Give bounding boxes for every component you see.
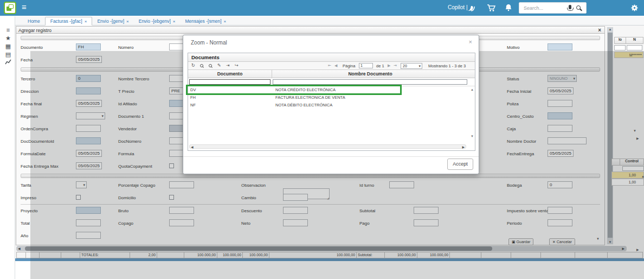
documents-table-header: Documento Nombre Documento [188, 70, 475, 78]
top-navigation-bar: ≡ Copilot | Search... [0, 0, 644, 16]
column-header-fragment: N [626, 37, 643, 44]
statistics-icon[interactable] [4, 59, 12, 66]
list-scroll-up-icon[interactable]: ▲ [471, 88, 474, 91]
motivo-label: Motivo [507, 45, 520, 50]
document-name: NOTA DÉBITO ELECTRÓNICA [272, 102, 475, 109]
favorites-icon[interactable]: ★ [4, 35, 12, 42]
close-tab-icon[interactable]: × [173, 19, 176, 24]
scroll-left-icon[interactable]: ◀ [191, 145, 194, 149]
scroll-up-icon[interactable]: ▲ [608, 28, 613, 31]
menu-icon[interactable]: ≡ [4, 27, 12, 34]
close-tab-icon[interactable]: × [126, 19, 129, 24]
tab-label: Home [28, 18, 40, 24]
documents-table-body: DVNOTA CRÉDITO ELECTRÓNICAFHFACTURA ELEC… [188, 86, 475, 109]
calendar-icon[interactable]: ▦ [4, 43, 12, 50]
document-code: DV [188, 86, 272, 94]
dialog-close-icon[interactable]: × [469, 39, 472, 45]
edit-off-icon[interactable]: ✎ [217, 63, 221, 68]
tab-mensajes-smen[interactable]: Mensajes -[smen]× [180, 17, 231, 25]
left-sidebar: ≡★▦▤ [0, 16, 15, 279]
settings-gear-icon[interactable] [630, 4, 639, 14]
tarifa-label: Tarifa [21, 183, 31, 188]
ano-label: Año [21, 233, 28, 238]
panel-close-icon[interactable]: × [598, 27, 601, 33]
page-size-select[interactable]: 20▾ [401, 63, 422, 69]
document-code: NF [188, 102, 272, 109]
numero-label: Número [118, 45, 133, 50]
close-tab-icon[interactable]: × [85, 19, 87, 24]
nombre-documento-filter-input[interactable] [273, 79, 467, 85]
bell-icon[interactable] [505, 4, 512, 14]
search-records-icon[interactable] [209, 64, 212, 67]
tab-bar: HomeFacturas -[gfac]×Envio -[genv]×Envio… [15, 16, 644, 26]
redo-icon[interactable]: ↪ [235, 63, 239, 68]
total-cell-empty [16, 252, 26, 258]
dialog-footer-divider [183, 156, 479, 157]
scroll-left-icon[interactable]: ◀ [18, 246, 21, 250]
tab-label: Facturas -[gfac] [50, 18, 82, 24]
next-page-icon[interactable]: ▶ [388, 64, 390, 68]
documento-label: Documento [21, 45, 43, 50]
document-row-dv[interactable]: DVNOTA CRÉDITO ELECTRÓNICA [188, 86, 475, 94]
tab-label: Mensajes -[smen] [185, 18, 221, 24]
column-header-fragment: lo [614, 37, 626, 44]
menu-toggle-icon[interactable]: ≡ [22, 2, 27, 11]
copilot-label[interactable]: Copilot | [448, 4, 468, 10]
search-placeholder: Search... [524, 5, 543, 11]
page-count-label: de 1 [376, 64, 384, 68]
documents-panel: Documents ↻ ✎ ⇥ ↪ ⇤ ◀ Página 1 de 1 ▶ ⇥ … [188, 53, 475, 151]
accept-button[interactable]: Accept [447, 158, 473, 170]
records-icon[interactable]: ▤ [4, 51, 12, 58]
panel-header: Agregar registro × [16, 26, 605, 34]
tab-envio-ebgenv[interactable]: Envio -[ebgenv]× [134, 17, 181, 25]
column-header-documento[interactable]: Documento [188, 70, 272, 78]
page-label: Página [343, 64, 355, 68]
panel-title: Agregar registro [18, 28, 51, 33]
filter-input[interactable] [614, 45, 626, 50]
copilot-icon[interactable] [466, 4, 475, 14]
document-name: NOTA CRÉDITO ELECTRÓNICA [272, 86, 475, 94]
documento-filter-input[interactable] [189, 79, 271, 85]
tab-envio-genv[interactable]: Envio -[genv]× [92, 17, 133, 25]
microphone-icon[interactable] [569, 5, 571, 9]
document-row-nf[interactable]: NFNOTA DÉBITO ELECTRÓNICA [188, 102, 475, 109]
cart-icon[interactable] [487, 4, 496, 14]
tab-facturas-gfac[interactable]: Facturas -[gfac]× [45, 17, 93, 26]
documents-filter-row [188, 78, 475, 86]
chevron-down-icon: ▾ [418, 64, 421, 68]
list-scroll-down-icon[interactable]: ▼ [471, 135, 474, 138]
app-logo[interactable] [4, 2, 16, 14]
zoom-view-icon[interactable] [200, 64, 203, 67]
export-icon[interactable]: ⇥ [226, 63, 230, 68]
search-icon[interactable] [576, 5, 581, 10]
first-page-icon[interactable]: ⇤ [328, 64, 331, 68]
search-input[interactable]: Search... [519, 2, 587, 14]
document-row-fh[interactable]: FHFACTURA ELECTRONICA DE VENTA [188, 94, 475, 102]
tab-label: Envio -[ebgenv] [139, 18, 171, 24]
motivo-input[interactable] [548, 43, 572, 50]
page-number-input[interactable]: 1 [359, 63, 373, 68]
showing-label: Mostrando 1 - 3 de 3 [428, 64, 466, 68]
tab-home[interactable]: Home [23, 17, 45, 25]
list-horizontal-scrollbar[interactable]: ◀ ▶ [189, 144, 466, 149]
prev-page-icon[interactable]: ◀ [334, 64, 337, 68]
zoom-dialog: Zoom - Normal × Documents ↻ ✎ ⇥ ↪ ⇤ ◀ Pá… [183, 35, 479, 174]
document-code: FH [188, 94, 272, 102]
document-name: FACTURA ELECTRONICA DE VENTA [272, 94, 475, 102]
application-window: ≡ Copilot | Search... HomeFacturas -[gfa… [0, 0, 644, 279]
last-page-icon[interactable]: ⇥ [394, 64, 397, 68]
logo-front-square [9, 4, 14, 9]
tab-label: Envio -[genv] [97, 18, 124, 24]
documents-panel-title: Documents [188, 53, 475, 62]
total-label: Total [21, 221, 30, 226]
filter-input[interactable] [627, 45, 642, 50]
documents-toolbar: ↻ ✎ ⇥ ↪ ⇤ ◀ Página 1 de 1 ▶ ⇥ 20▾ Mostra… [188, 62, 475, 70]
documento-input[interactable]: FH [76, 43, 101, 50]
column-header-nombre-documento[interactable]: Nombre Documento [272, 70, 468, 78]
reload-icon[interactable]: ↻ [191, 63, 195, 68]
dialog-title: Zoom - Normal [191, 40, 227, 46]
scroll-right-icon[interactable]: ▶ [462, 145, 465, 149]
close-tab-icon[interactable]: × [224, 19, 227, 24]
